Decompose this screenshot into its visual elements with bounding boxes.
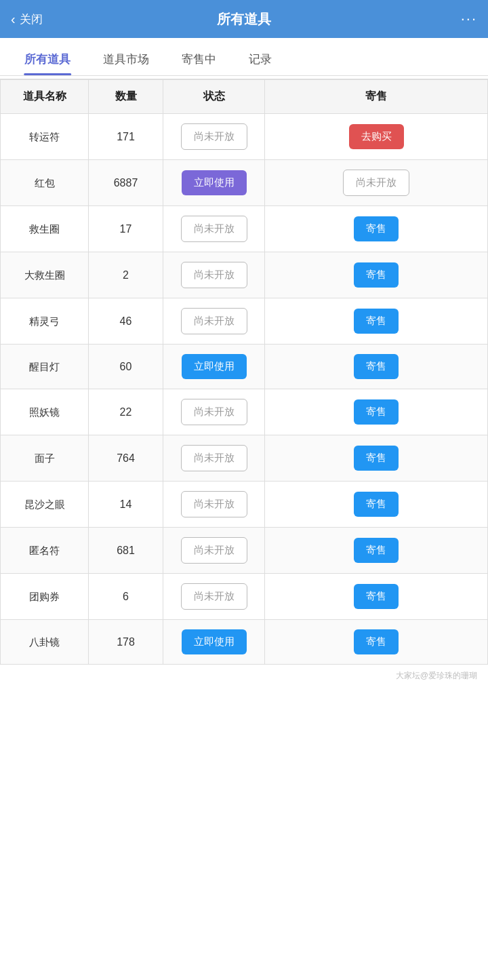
table-row: 醒目灯60立即使用寄售 (1, 345, 488, 389)
item-consign-cell: 寄售 (265, 206, 488, 252)
col-name: 道具名称 (1, 80, 89, 114)
table-row: 转运符171尚未开放去购买 (1, 114, 488, 160)
item-status-cell: 立即使用 (163, 160, 265, 206)
item-status-cell: 尚未开放 (163, 528, 265, 574)
item-status-cell: 尚未开放 (163, 482, 265, 528)
item-consign-cell: 寄售 (265, 528, 488, 574)
table-row: 大救生圈2尚未开放寄售 (1, 252, 488, 298)
item-qty: 60 (89, 345, 163, 389)
item-status-cell: 尚未开放 (163, 114, 265, 160)
item-name: 照妖镜 (1, 389, 89, 435)
item-consign-button[interactable]: 寄售 (354, 309, 399, 334)
item-name: 面子 (1, 435, 89, 482)
item-name: 昆沙之眼 (1, 482, 89, 528)
item-name: 团购券 (1, 574, 89, 620)
table-row: 匿名符681尚未开放寄售 (1, 528, 488, 574)
item-status-cell: 尚未开放 (163, 298, 265, 345)
item-consign-cell: 寄售 (265, 389, 488, 435)
tab-all-items[interactable]: 所有道具 (8, 43, 87, 75)
item-status-button: 尚未开放 (181, 262, 247, 288)
item-consign-button[interactable]: 寄售 (354, 538, 399, 563)
item-consign-cell: 寄售 (265, 252, 488, 298)
table-row: 救生圈17尚未开放寄售 (1, 206, 488, 252)
item-consign-button[interactable]: 寄售 (354, 354, 399, 379)
item-status-button: 尚未开放 (181, 491, 247, 517)
item-status-button[interactable]: 立即使用 (182, 629, 247, 654)
item-consign-cell: 寄售 (265, 345, 488, 389)
item-qty: 14 (89, 482, 163, 528)
item-name: 救生圈 (1, 206, 89, 252)
watermark: 大家坛@爱珍珠的珊瑚 (0, 665, 488, 687)
item-qty: 764 (89, 435, 163, 482)
item-consign-cell: 去购买 (265, 114, 488, 160)
table-row: 照妖镜22尚未开放寄售 (1, 389, 488, 435)
item-qty: 6887 (89, 160, 163, 206)
item-name: 醒目灯 (1, 345, 89, 389)
item-qty: 17 (89, 206, 163, 252)
item-consign-cell: 寄售 (265, 435, 488, 482)
item-status-button: 尚未开放 (181, 399, 247, 425)
back-icon: ‹ (11, 12, 16, 27)
item-status-cell: 尚未开放 (163, 206, 265, 252)
item-consign-cell: 寄售 (265, 620, 488, 665)
tab-consigning[interactable]: 寄售中 (165, 43, 232, 75)
item-status-cell: 尚未开放 (163, 389, 265, 435)
item-status-button: 尚未开放 (181, 445, 247, 471)
item-status-button[interactable]: 立即使用 (182, 354, 247, 379)
item-consign-button[interactable]: 寄售 (354, 492, 399, 517)
table-row: 八卦镜178立即使用寄售 (1, 620, 488, 665)
item-qty: 22 (89, 389, 163, 435)
item-name: 转运符 (1, 114, 89, 160)
page-title: 所有道具 (217, 10, 271, 28)
item-status-cell: 尚未开放 (163, 435, 265, 482)
item-qty: 171 (89, 114, 163, 160)
item-consign-button: 尚未开放 (343, 170, 409, 196)
tab-record[interactable]: 记录 (232, 43, 288, 75)
table-row: 团购券6尚未开放寄售 (1, 574, 488, 620)
item-status-button: 尚未开放 (181, 216, 247, 242)
item-consign-button[interactable]: 寄售 (354, 629, 399, 654)
item-status-cell: 立即使用 (163, 620, 265, 665)
item-consign-cell: 寄售 (265, 574, 488, 620)
item-name: 匿名符 (1, 528, 89, 574)
close-label: 关闭 (20, 12, 43, 27)
item-status-button: 尚未开放 (181, 537, 247, 564)
item-consign-cell: 尚未开放 (265, 160, 488, 206)
item-name: 八卦镜 (1, 620, 89, 665)
item-status-cell: 立即使用 (163, 345, 265, 389)
item-qty: 6 (89, 574, 163, 620)
item-status-button: 尚未开放 (181, 583, 247, 610)
item-consign-cell: 寄售 (265, 482, 488, 528)
table-row: 昆沙之眼14尚未开放寄售 (1, 482, 488, 528)
tab-item-market[interactable]: 道具市场 (87, 43, 165, 75)
item-name: 大救生圈 (1, 252, 89, 298)
item-status-cell: 尚未开放 (163, 574, 265, 620)
item-qty: 2 (89, 252, 163, 298)
top-bar: ‹ 关闭 所有道具 ··· (0, 0, 488, 38)
table-header-row: 道具名称 数量 状态 寄售 (1, 80, 488, 114)
col-consign: 寄售 (265, 80, 488, 114)
table-row: 精灵弓46尚未开放寄售 (1, 298, 488, 345)
item-status-cell: 尚未开放 (163, 252, 265, 298)
col-qty: 数量 (89, 80, 163, 114)
item-status-button: 尚未开放 (181, 123, 247, 150)
item-consign-button[interactable]: 去购买 (349, 124, 404, 149)
more-icon[interactable]: ··· (461, 10, 477, 28)
item-status-button: 尚未开放 (181, 308, 247, 334)
item-qty: 178 (89, 620, 163, 665)
items-table-wrap: 道具名称 数量 状态 寄售 转运符171尚未开放去购买红包6887立即使用尚未开… (0, 79, 488, 665)
item-consign-button[interactable]: 寄售 (354, 216, 399, 241)
item-consign-button[interactable]: 寄售 (354, 446, 399, 471)
item-consign-button[interactable]: 寄售 (354, 584, 399, 609)
item-name: 红包 (1, 160, 89, 206)
table-row: 红包6887立即使用尚未开放 (1, 160, 488, 206)
item-consign-button[interactable]: 寄售 (354, 262, 399, 288)
item-qty: 46 (89, 298, 163, 345)
table-row: 面子764尚未开放寄售 (1, 435, 488, 482)
back-button[interactable]: ‹ 关闭 (11, 12, 43, 27)
tabs-bar: 所有道具 道具市场 寄售中 记录 (0, 43, 488, 76)
item-qty: 681 (89, 528, 163, 574)
items-table: 道具名称 数量 状态 寄售 转运符171尚未开放去购买红包6887立即使用尚未开… (0, 79, 488, 665)
item-consign-button[interactable]: 寄售 (354, 399, 399, 425)
item-status-button[interactable]: 立即使用 (182, 170, 247, 195)
